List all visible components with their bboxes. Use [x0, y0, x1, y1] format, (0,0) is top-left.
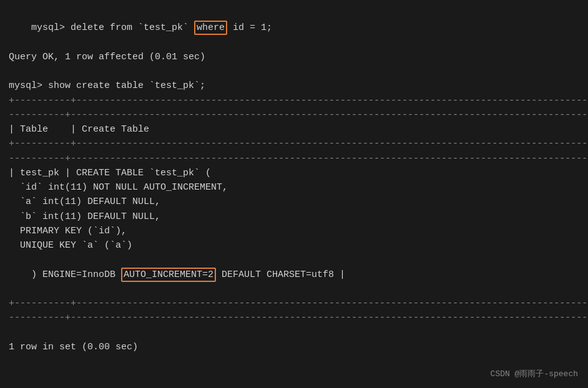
auto-increment-highlight: AUTO_INCREMENT=2 — [121, 268, 216, 282]
separator-top-1: +----------+----------------------------… — [9, 94, 579, 108]
show-create-table-cmd: mysql> show create table `test_pk`; — [9, 79, 579, 93]
table-header: | Table | Create Table — [9, 122, 579, 137]
separator-top-2: ----------+-----------------------------… — [9, 108, 579, 122]
command-line-1: mysql> delete from `test_pk` where id = … — [9, 6, 579, 50]
separator-mid-2: ----------+-----------------------------… — [9, 152, 579, 166]
separator-mid-1: +----------+----------------------------… — [9, 137, 579, 151]
primary-key-line: PRIMARY KEY (`id`), — [9, 224, 579, 238]
terminal-window: mysql> delete from `test_pk` where id = … — [0, 0, 588, 388]
engine-before: ) ENGINE=InnoDB — [31, 269, 121, 280]
col-id-line: `id` int(11) NOT NULL AUTO_INCREMENT, — [9, 180, 579, 195]
engine-line: ) ENGINE=InnoDB AUTO_INCREMENT=2 DEFAULT… — [9, 253, 579, 296]
cmd1-before: delete from `test_pk` — [71, 22, 194, 33]
table-data-name: | test_pk | CREATE TABLE `test_pk` ( — [9, 166, 579, 180]
where-keyword-highlight: where — [194, 21, 227, 35]
watermark: CSDN @雨雨子-speech — [491, 368, 578, 379]
cmd1-after: id = 1; — [227, 22, 272, 33]
blank-line-1 — [9, 64, 579, 79]
blank-line-2 — [9, 326, 579, 340]
unique-key-line: UNIQUE KEY `a` (`a`) — [9, 238, 579, 253]
row-count-line: 1 row in set (0.00 sec) — [9, 340, 579, 354]
query-ok-line: Query OK, 1 row affected (0.01 sec) — [9, 50, 579, 64]
engine-after: DEFAULT CHARSET=utf8 | — [216, 269, 345, 280]
col-b-line: `b` int(11) DEFAULT NULL, — [9, 210, 579, 224]
separator-bot-1: +----------+----------------------------… — [9, 296, 579, 311]
separator-bot-2: ----------+-----------------------------… — [9, 311, 579, 325]
col-a-line: `a` int(11) DEFAULT NULL, — [9, 195, 579, 209]
prompt-1: mysql> — [31, 22, 71, 33]
